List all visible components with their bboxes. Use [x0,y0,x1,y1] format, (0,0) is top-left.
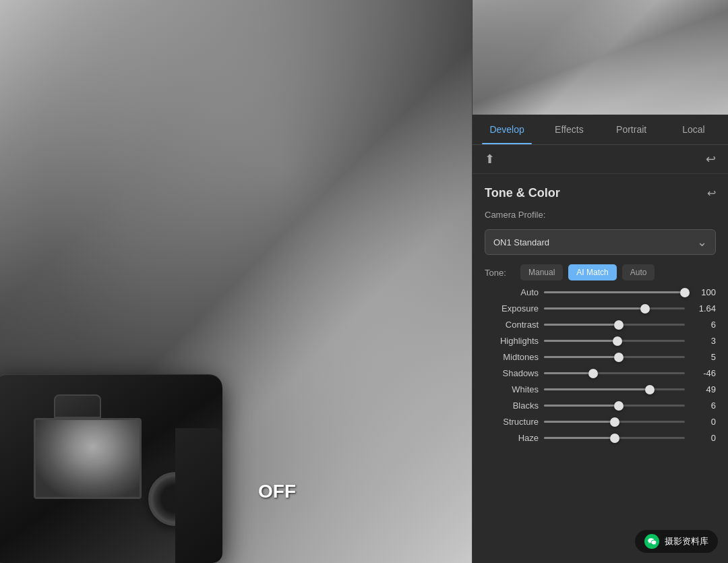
wechat-icon [644,534,659,549]
profile-row: Camera Profile: [485,210,716,220]
slider-track-contrast[interactable] [544,324,685,326]
slider-thumb-whites[interactable] [645,385,655,394]
slider-row-whites: Whites 49 [485,384,716,394]
camera-screen [34,418,142,499]
slider-fill-shadows [544,372,593,374]
slider-thumb-shadows[interactable] [588,369,598,378]
slider-row-exposure: Exposure 1.64 [485,303,716,314]
slider-track-midtones[interactable] [544,356,685,358]
tone-row: Tone: Manual AI Match Auto [485,264,716,280]
slider-fill-whites [544,388,650,390]
slider-fill-midtones [544,356,619,358]
slider-track-shadows[interactable] [544,372,685,374]
tone-manual-button[interactable]: Manual [520,264,563,280]
slider-fill-haze [544,437,615,439]
slider-thumb-auto[interactable] [680,288,690,297]
tab-portrait[interactable]: Portrait [601,115,663,144]
slider-value-haze: 0 [690,433,716,443]
watermark: 摄影资料库 [635,530,718,553]
right-panel: Develop Effects Portrait Local ⬆ ↩ Tone … [472,0,728,563]
tone-label: Tone: [485,268,515,278]
slider-track-blacks[interactable] [544,405,685,407]
slider-track-haze[interactable] [544,437,685,439]
slider-value-shadows: -46 [690,368,716,378]
profile-value: ON1 Standard [493,237,549,247]
slider-label-shadows: Shadows [485,368,539,378]
slider-row-blacks: Blacks 6 [485,401,716,411]
camera-grip [175,428,222,563]
tab-effects[interactable]: Effects [538,115,600,144]
section-reset-icon[interactable]: ↩ [707,187,716,200]
slider-thumb-structure[interactable] [610,417,619,427]
controls-panel: Tone & Color ↩ Camera Profile: ON1 Stand… [473,174,728,563]
slider-thumb-blacks[interactable] [614,401,624,411]
slider-label-contrast: Contrast [485,320,539,330]
slider-value-highlights: 3 [690,336,716,346]
profile-select[interactable]: ON1 Standard ⌄ [485,229,716,255]
slider-thumb-contrast[interactable] [614,320,624,330]
slider-track-highlights[interactable] [544,340,685,342]
slider-track-exposure[interactable] [544,307,685,309]
sliders-container: Auto 100 Exposure 1.64 Contrast [485,287,716,443]
export-icon[interactable]: ⬆ [485,152,495,167]
slider-row-structure: Structure 0 [485,417,716,427]
slider-thumb-midtones[interactable] [614,353,624,362]
photo-area: ON OFF [0,0,472,563]
slider-value-midtones: 5 [690,352,716,362]
tab-develop[interactable]: Develop [476,115,538,144]
reset-all-icon[interactable]: ↩ [706,152,716,167]
slider-fill-exposure [544,307,645,309]
slider-fill-structure [544,421,615,423]
slider-fill-contrast [544,324,619,326]
slider-label-structure: Structure [485,417,539,427]
slider-label-whites: Whites [485,384,539,394]
slider-row-auto: Auto 100 [485,287,716,297]
slider-row-haze: Haze 0 [485,433,716,443]
slider-value-auto: 100 [690,287,716,297]
off-label: OFF [258,481,296,502]
section-title: Tone & Color [485,186,560,200]
slider-fill-blacks [544,405,619,407]
slider-value-structure: 0 [690,417,716,427]
slider-label-haze: Haze [485,433,539,443]
slider-thumb-highlights[interactable] [613,336,622,346]
slider-label-highlights: Highlights [485,336,539,346]
profile-label: Camera Profile: [485,210,559,220]
slider-track-whites[interactable] [544,388,685,390]
slider-fill-auto [544,291,685,293]
slider-row-contrast: Contrast 6 [485,320,716,330]
camera-overlay [0,354,243,563]
tone-auto-button[interactable]: Auto [622,264,655,280]
slider-row-highlights: Highlights 3 [485,336,716,346]
slider-value-blacks: 6 [690,401,716,411]
slider-row-shadows: Shadows -46 [485,368,716,378]
slider-thumb-haze[interactable] [610,434,619,443]
slider-row-midtones: Midtones 5 [485,352,716,362]
slider-label-auto: Auto [485,287,539,297]
slider-label-exposure: Exposure [485,303,539,314]
slider-track-structure[interactable] [544,421,685,423]
tab-local[interactable]: Local [663,115,725,144]
slider-fill-highlights [544,340,617,342]
slider-label-blacks: Blacks [485,401,539,411]
toolbar-row: ⬆ ↩ [473,145,728,174]
slider-thumb-exposure[interactable] [640,304,650,314]
preview-strip [473,0,728,115]
slider-label-midtones: Midtones [485,352,539,362]
slider-value-contrast: 6 [690,320,716,330]
camera-viewfinder [54,394,101,418]
camera-screen-image [36,420,140,497]
watermark-text: 摄影资料库 [665,535,708,547]
slider-value-whites: 49 [690,384,716,394]
tone-ai-match-button[interactable]: AI Match [568,264,616,280]
tabs-container: Develop Effects Portrait Local [473,115,728,145]
profile-chevron: ⌄ [697,235,707,249]
section-header: Tone & Color ↩ [485,186,716,200]
slider-track-auto[interactable] [544,291,685,293]
slider-value-exposure: 1.64 [690,303,716,314]
